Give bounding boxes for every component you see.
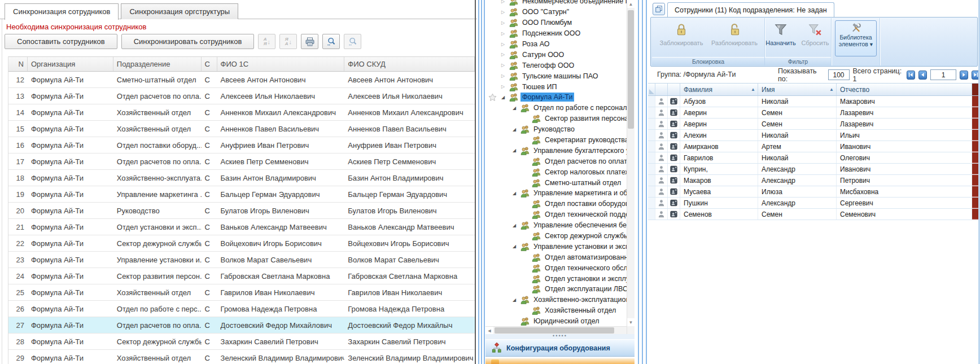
column-header-middlename[interactable]: Отчество xyxy=(837,84,972,95)
tree-item[interactable]: Отдел технической поддерж xyxy=(485,209,627,220)
tree-item[interactable]: Отдел автоматизированных xyxy=(485,252,627,262)
reset-filter-button[interactable]: Сбросить xyxy=(798,20,833,46)
page-size-input[interactable] xyxy=(828,69,850,80)
tree-item[interactable]: ▷Тюшев ИП xyxy=(485,81,627,92)
employee-row[interactable]: МусаеваИлюзаМисбаховна xyxy=(648,186,978,198)
tree-item[interactable]: ◢Управление бухгалтерского уче xyxy=(485,145,627,156)
collapse-icon[interactable]: ◢ xyxy=(513,127,520,132)
table-row[interactable]: 16Формула Ай-ТиОтдел поставки оборуд...С… xyxy=(8,137,475,154)
employee-row[interactable]: Куприн,АлександрИванович xyxy=(648,164,978,175)
table-row[interactable]: 27Формула Ай-ТиОтдел расчетов по опла...… xyxy=(8,317,475,334)
employee-row[interactable]: СеменовСеменСеменович xyxy=(648,209,978,220)
tree-item[interactable]: ◢Управление установки и эксплу xyxy=(485,241,627,252)
prev-page-button[interactable] xyxy=(918,71,927,80)
table-row[interactable]: 17Формула Ай-ТиОтдел расчетов по опла...… xyxy=(8,154,475,170)
column-header-dept[interactable]: Подразделение xyxy=(113,57,202,71)
row-selector[interactable] xyxy=(648,175,655,186)
table-row[interactable]: 19Формула Ай-ТиУправление маркетинга ...… xyxy=(8,186,475,203)
print-button[interactable] xyxy=(301,34,318,49)
column-header-s[interactable]: С xyxy=(202,57,217,71)
row-selector[interactable] xyxy=(648,186,655,197)
row-selector[interactable] xyxy=(648,130,655,141)
tree-item[interactable]: ▷Роза АО xyxy=(485,39,627,50)
table-row[interactable]: 29Формула Ай-ТиХозяйственный отделСЗелен… xyxy=(8,350,475,364)
current-page-input[interactable] xyxy=(930,69,956,80)
tab-orgstructure-sync[interactable]: Синхронизация оргструктуры xyxy=(121,3,238,19)
collapse-icon[interactable]: ◢ xyxy=(513,106,520,111)
assign-filter-button[interactable]: Назначить xyxy=(760,20,801,46)
table-row[interactable]: 21Формула Ай-ТиОтдел установки и эксп...… xyxy=(8,219,475,235)
column-header-n[interactable]: N xyxy=(8,57,28,71)
hardware-config-bar[interactable]: Конфигурация оборудования xyxy=(485,339,635,357)
employee-row[interactable]: АбузовНиколайМакарович xyxy=(648,96,978,107)
tree-item[interactable]: ▷Тульские машины ПАО xyxy=(485,71,627,81)
expand-icon[interactable]: ▷ xyxy=(501,20,509,25)
collapse-icon[interactable]: ◢ xyxy=(513,244,520,249)
tree-item[interactable]: Секретариат руководства xyxy=(485,135,627,146)
expand-icon[interactable]: ▷ xyxy=(501,42,509,47)
expand-icon[interactable]: ▷ xyxy=(501,52,509,57)
table-row[interactable]: 28Формула Ай-ТиСектор дежурной службыСЗа… xyxy=(8,334,475,350)
row-selector[interactable] xyxy=(648,209,655,220)
tree-item[interactable]: ◢Управление обеспечения безоп xyxy=(485,220,627,231)
employee-row[interactable]: АлехинНиколайИльич xyxy=(648,130,978,141)
search-button[interactable] xyxy=(322,34,340,49)
collapse-icon[interactable]: ◢ xyxy=(513,148,520,153)
row-selector[interactable] xyxy=(648,152,655,163)
tree-item[interactable]: Отдел технического обслужи xyxy=(485,262,627,273)
table-row[interactable]: 12Формула Ай-ТиСметно-штатный отделСАвсе… xyxy=(8,72,475,88)
row-selector[interactable] xyxy=(648,164,655,174)
tree-item[interactable]: ▷Подснежник ООО xyxy=(485,28,627,39)
table-row[interactable]: 26Формула Ай-ТиОтдел по работе с перс...… xyxy=(8,301,475,317)
table-row[interactable]: 20Формула Ай-ТиРуководствоСБулатов Игорь… xyxy=(8,203,475,219)
cascade-windows-button[interactable] xyxy=(653,3,665,15)
sort-asc-button[interactable]: АЯ ↓ xyxy=(258,34,275,49)
tree-item[interactable]: ◢Формула Ай-Ти xyxy=(485,92,627,103)
table-row[interactable]: 15Формула Ай-ТиХозяйственный отделСАннен… xyxy=(8,121,475,137)
employee-row[interactable]: ГавриловНиколайОлегович xyxy=(648,152,978,164)
sync-employees-button[interactable]: Синхронизировать сотрудников xyxy=(121,34,255,49)
unlock-button[interactable]: Разблокировать xyxy=(708,20,760,46)
tree-item[interactable]: Отдел расчетов по оплате тр xyxy=(485,156,627,166)
tree-item[interactable]: Отдел установки и эксплуата xyxy=(485,273,627,284)
column-header-person[interactable] xyxy=(655,84,668,95)
table-row[interactable]: 25Формула Ай-ТиХозяйственный отделСГаври… xyxy=(8,284,475,301)
scroll-left-icon[interactable]: ◄ xyxy=(485,327,493,334)
tree-item[interactable]: Хозяйственный отдел xyxy=(485,305,627,316)
tree-vertical-scrollbar[interactable]: ▲ ▼ xyxy=(627,0,635,334)
table-row[interactable]: 22Формула Ай-ТиСектор дежурной службыСВо… xyxy=(8,235,475,252)
tree-item[interactable]: Сектор налоговых платежей xyxy=(485,166,627,177)
expand-icon[interactable]: ▷ xyxy=(501,31,509,36)
tree-item[interactable]: Сметно-штатный отдел xyxy=(485,177,627,188)
tree-item[interactable]: ▷ООО Плюмбум xyxy=(485,17,627,28)
select-all-corner[interactable] xyxy=(648,84,655,95)
tree-item[interactable]: ◢Отдел по работе с персоналом xyxy=(485,103,627,113)
sort-desc-button[interactable]: ЯА ↓ xyxy=(279,34,297,49)
tree-item[interactable]: Юридический отдел xyxy=(485,316,627,327)
scroll-down-icon[interactable]: ▼ xyxy=(627,318,635,326)
tree-item[interactable]: Сектор дежурной службы xyxy=(485,231,627,242)
tree-item[interactable]: ◢Управление маркетинга и обслу xyxy=(485,188,627,199)
row-selector[interactable] xyxy=(648,107,655,118)
next-page-button[interactable] xyxy=(960,71,968,80)
tree-item[interactable]: ▷Телегофф ООО xyxy=(485,60,627,71)
tree-item[interactable]: ◢Руководство xyxy=(485,124,627,135)
scrollbar-thumb[interactable] xyxy=(628,10,634,129)
tab-employee-sync[interactable]: Синхронизация сотрудников xyxy=(5,3,119,20)
collapse-icon[interactable]: ◢ xyxy=(513,223,520,228)
column-header-firstname[interactable]: Имя▲ xyxy=(758,84,837,95)
employees-tab[interactable]: Сотрудники (11) Код подразделения: Не за… xyxy=(667,2,834,17)
tree-item[interactable]: Сектор развития персонала xyxy=(485,113,627,124)
tree-item[interactable]: Отдел поставки оборудован xyxy=(485,199,627,209)
next-section-bar[interactable] xyxy=(485,358,635,364)
table-row[interactable]: 13Формула Ай-ТиОтдел расчетов по опла...… xyxy=(8,88,475,104)
collapse-icon[interactable]: ◢ xyxy=(513,297,520,302)
employee-row[interactable]: МакаровАлександрПетрович xyxy=(648,175,978,186)
employee-row[interactable]: ПушкинАлександрСергеевич xyxy=(648,198,978,209)
table-row[interactable]: 14Формула Ай-ТиХозяйственный отделСАннен… xyxy=(8,104,475,121)
expand-icon[interactable]: ▷ xyxy=(501,0,509,4)
column-header-fio1c[interactable]: ФИО 1С xyxy=(217,57,345,71)
employee-row[interactable]: АверинСеменЛазаревич xyxy=(648,107,978,119)
table-row[interactable]: 24Формула Ай-ТиСектор развития персон...… xyxy=(8,268,475,284)
row-selector[interactable] xyxy=(648,141,655,152)
